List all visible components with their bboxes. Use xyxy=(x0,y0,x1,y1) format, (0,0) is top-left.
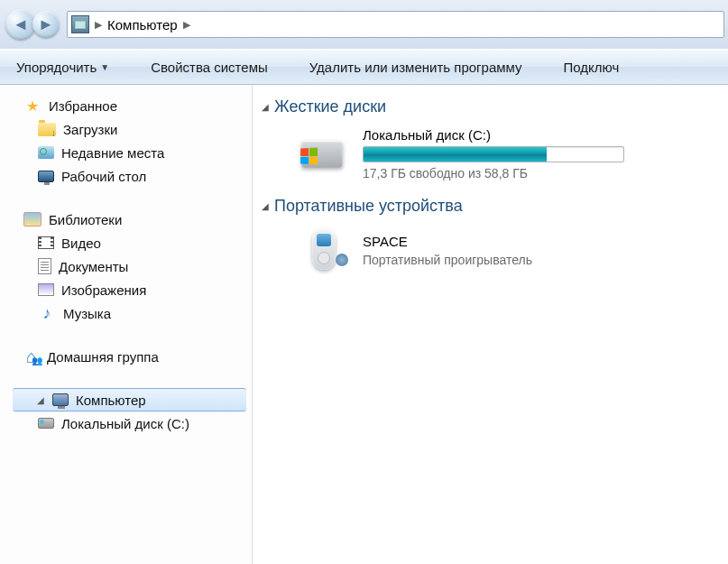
explorer-content: Избранное Загрузки Недавние места Рабочи… xyxy=(0,85,728,564)
nav-videos[interactable]: Видео xyxy=(0,231,252,254)
hdd-large-icon xyxy=(299,131,350,178)
navigation-pane: Избранное Загрузки Недавние места Рабочи… xyxy=(0,85,253,564)
nav-computer[interactable]: ◢ Компьютер xyxy=(13,388,246,411)
group-portable-devices: ◢ Портативные устройства SPACE Портативн… xyxy=(253,197,728,277)
nav-homegroup[interactable]: Домашняя группа xyxy=(0,345,252,368)
nav-favorites[interactable]: Избранное xyxy=(0,94,252,117)
forward-button[interactable]: ► xyxy=(32,11,60,38)
nav-pictures[interactable]: Изображения xyxy=(0,278,252,301)
libraries-section: Библиотеки Видео Документы Изображения М… xyxy=(0,208,252,325)
device-name: SPACE xyxy=(363,234,532,249)
breadcrumb-location[interactable]: Компьютер xyxy=(107,17,178,32)
homegroup-section: Домашняя группа xyxy=(0,345,252,368)
address-bar: ◄ ► ▶ Компьютер ▶ xyxy=(0,0,728,49)
disk-usage-fill xyxy=(364,147,547,162)
back-button[interactable]: ◄ xyxy=(5,9,36,40)
drive-name: Локальный диск (C:) xyxy=(363,127,624,143)
disk-usage-bar xyxy=(363,146,624,162)
nav-local-disk-c[interactable]: Локальный диск (C:) xyxy=(0,411,252,435)
nav-libraries[interactable]: Библиотеки xyxy=(0,208,252,231)
group-header-portable[interactable]: ◢ Портативные устройства xyxy=(253,197,728,216)
homegroup-icon xyxy=(23,349,40,364)
video-icon xyxy=(38,236,54,249)
favorites-section: Избранное Загрузки Недавние места Рабочи… xyxy=(0,94,252,188)
pictures-icon xyxy=(38,283,54,296)
drive-meta: Локальный диск (C:) 17,3 ГБ свободно из … xyxy=(363,127,624,180)
command-bar: Упорядочить ▼ Свойства системы Удалить и… xyxy=(0,49,728,85)
group-hard-disks: ◢ Жесткие диски Локальный диск (C:) 17,3… xyxy=(253,97,728,184)
breadcrumb-bar[interactable]: ▶ Компьютер ▶ xyxy=(67,11,724,38)
computer-icon xyxy=(52,393,69,406)
drive-local-c[interactable]: Локальный диск (C:) 17,3 ГБ свободно из … xyxy=(253,124,728,184)
drive-free-text: 17,3 ГБ свободно из 58,8 ГБ xyxy=(363,166,624,180)
computer-icon xyxy=(71,15,89,33)
nav-buttons: ◄ ► xyxy=(5,9,60,40)
hdd-icon xyxy=(38,418,54,429)
nav-downloads[interactable]: Загрузки xyxy=(0,117,252,141)
chevron-right-icon[interactable]: ▶ xyxy=(183,19,190,31)
collapse-triangle-icon[interactable]: ◢ xyxy=(262,201,269,211)
collapse-triangle-icon[interactable]: ◢ xyxy=(262,102,269,112)
nav-desktop[interactable]: Рабочий стол xyxy=(0,164,252,188)
nav-documents[interactable]: Документы xyxy=(0,254,252,278)
music-icon xyxy=(38,304,56,322)
file-list-pane: ◢ Жесткие диски Локальный диск (C:) 17,3… xyxy=(253,85,728,564)
star-icon xyxy=(23,97,41,115)
desktop-icon xyxy=(38,171,54,182)
organize-label: Упорядочить xyxy=(16,60,97,75)
document-icon xyxy=(38,258,51,274)
libraries-icon xyxy=(23,212,41,227)
group-header-hdd[interactable]: ◢ Жесткие диски xyxy=(253,97,728,116)
computer-section: ◢ Компьютер Локальный диск (C:) xyxy=(0,388,252,435)
uninstall-program-button[interactable]: Удалить или изменить программу xyxy=(302,56,530,79)
disclosure-triangle-icon[interactable]: ◢ xyxy=(36,395,45,404)
nav-music[interactable]: Музыка xyxy=(0,301,252,325)
media-player-icon xyxy=(299,227,350,273)
chevron-right-icon[interactable]: ▶ xyxy=(95,19,102,31)
recent-icon xyxy=(38,146,54,159)
chevron-down-icon: ▼ xyxy=(100,62,109,72)
organize-button[interactable]: Упорядочить ▼ xyxy=(9,56,116,79)
connect-button[interactable]: Подключ xyxy=(557,56,627,79)
system-properties-button[interactable]: Свойства системы xyxy=(143,56,275,79)
nav-recent[interactable]: Недавние места xyxy=(0,141,252,164)
device-meta: SPACE Портативный проигрыватель xyxy=(363,234,532,267)
downloads-icon xyxy=(38,123,56,136)
device-type: Портативный проигрыватель xyxy=(363,253,532,267)
device-space[interactable]: SPACE Портативный проигрыватель xyxy=(253,223,728,277)
